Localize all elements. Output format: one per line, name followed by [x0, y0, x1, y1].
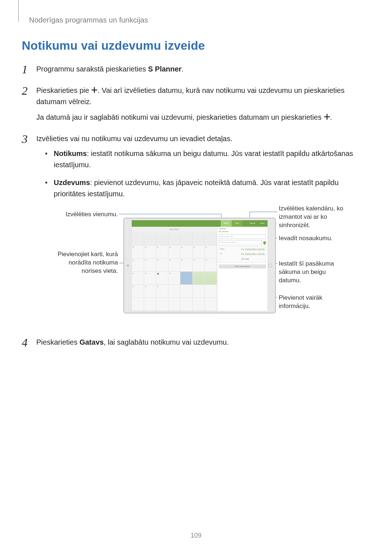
bullet-2-label: Uzdevums — [54, 178, 90, 186]
step-1-text-c: . — [181, 65, 184, 73]
title-input[interactable]: Tap to enter title — [219, 234, 266, 239]
margin-rule — [18, 0, 19, 22]
location-pin-icon[interactable] — [263, 241, 266, 244]
calendar-grid: April 2014 — [132, 227, 217, 311]
screenshot: Event Task Cancel Done April 2014 — [131, 220, 268, 311]
step-4: Pieskarieties Gatavs, lai saglabātu noti… — [22, 337, 363, 348]
running-header: Noderīgas programmas un funkcijas — [29, 16, 363, 24]
page-number: 109 — [0, 532, 392, 539]
step-2-sub-b: . — [330, 113, 332, 121]
callout-enter-title: Ievadīt nosaukumu. — [279, 234, 346, 243]
calendar-value: My calendar — [219, 230, 266, 233]
selected-day[interactable] — [180, 272, 193, 285]
figure: Izvēlēties vienumu. Pievienojiet karti, … — [51, 207, 348, 327]
all-day[interactable]: All day — [226, 257, 265, 261]
map-thumbnail[interactable] — [205, 272, 217, 285]
page: Noderīgas programmas un funkcijas Notiku… — [0, 0, 392, 348]
map-thumbnail[interactable] — [193, 272, 205, 285]
step-2-sub: Ja datumā jau ir saglabāti notikumi vai … — [36, 112, 363, 123]
steps-list: Programmu sarakstā pieskarieties S Plann… — [22, 63, 363, 348]
bullet-uzdevums: Uzdevums: pievienot uzdevumu, kas jāpave… — [45, 177, 363, 200]
today-cell[interactable] — [156, 272, 168, 285]
from-label: From — [220, 248, 225, 252]
screenshot-content: April 2014 Calendar — [132, 227, 268, 311]
step-3-bullets: Notikums: iestatīt notikuma sākuma un be… — [45, 148, 363, 200]
tablet-frame: Event Task Cancel Done April 2014 — [123, 218, 276, 313]
location-input[interactable]: Tap to enter location — [219, 240, 262, 245]
event-panel: Calendar My calendar Tap to enter title … — [217, 227, 268, 311]
step-3-text-a: Izvēlieties vai nu notikumu vai uzdevumu… — [36, 135, 232, 143]
to-value: Fri 25/04/2014 09:00 — [226, 253, 265, 257]
top-bar: Event Task Cancel Done — [132, 220, 268, 227]
step-2-text-a: Pieskarieties pie — [36, 86, 91, 94]
section-heading: Notikumu vai uzdevumu izveide — [22, 39, 363, 53]
step-4-text-c: , lai saglabātu notikumu vai uzdevumu. — [104, 338, 229, 346]
more-options-button[interactable]: View more options — [219, 264, 266, 269]
tab-task[interactable]: Task — [232, 220, 242, 227]
datetime-block[interactable]: From Fri 25/04/2014 08:00 To Fri 25/04/2… — [219, 246, 266, 263]
step-4-bold: Gatavs — [79, 338, 104, 346]
to-label: To — [220, 253, 225, 257]
step-1: Programmu sarakstā pieskarieties S Plann… — [22, 63, 363, 75]
from-value: Fri 25/04/2014 08:00 — [226, 248, 265, 252]
plus-icon — [91, 87, 98, 93]
bullet-2-text: : pievienot uzdevumu, kas jāpaveic notei… — [54, 178, 339, 198]
calendar-label: Calendar — [219, 227, 266, 230]
plus-icon — [324, 114, 330, 120]
step-4-text-a: Pieskarieties — [36, 338, 79, 346]
callout-select-calendar: Izvēlēties kalendāru, ko izmantot vai ar… — [279, 205, 346, 230]
callout-more-info: Pievienot vairāk informāciju. — [279, 294, 346, 311]
bullet-1-text: : iestatīt notikuma sākuma un beigu datu… — [54, 149, 353, 169]
step-2-sub-a: Ja datumā jau ir saglabāti notikumi vai … — [36, 113, 324, 121]
step-1-text-a: Programmu sarakstā pieskarieties — [36, 65, 148, 73]
location-row: Tap to enter location — [219, 240, 266, 245]
calendar-field[interactable]: Calendar My calendar — [219, 227, 266, 233]
calendar-month: April 2014 — [132, 227, 217, 233]
cancel-button[interactable]: Cancel — [247, 220, 257, 227]
bullet-notikums: Notikums: iestatīt notikuma sākuma un be… — [45, 148, 363, 171]
tab-event[interactable]: Event — [221, 220, 232, 227]
done-button[interactable]: Done — [257, 220, 268, 227]
step-3: Izvēlieties vai nu notikumu vai uzdevumu… — [22, 133, 363, 327]
step-1-bold: S Planner — [148, 65, 181, 73]
callout-select-item: Izvēlēties vienumu. — [51, 210, 118, 219]
bullet-1-label: Notikums — [54, 149, 87, 157]
callout-add-map: Pievienojiet karti, kurā norādīta notiku… — [51, 250, 118, 275]
step-2: Pieskarieties pie . Vai arī izvēlieties … — [22, 85, 363, 123]
callout-set-dates: Iestatīt šī pasākuma sākuma un beigu dat… — [279, 260, 346, 285]
